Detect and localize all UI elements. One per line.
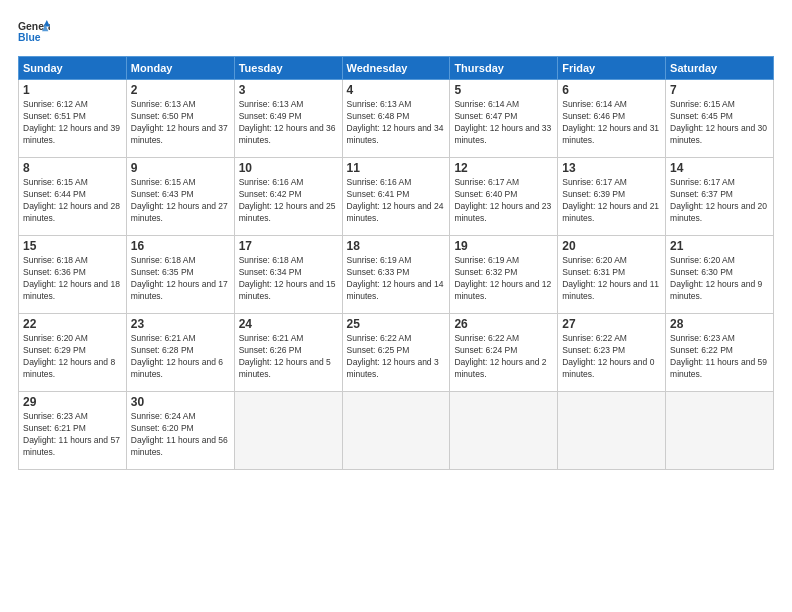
day-info: Sunrise: 6:14 AMSunset: 6:47 PMDaylight:… [454,99,553,147]
calendar-weekday-header: Thursday [450,57,558,80]
calendar-day-cell: 30Sunrise: 6:24 AMSunset: 6:20 PMDayligh… [126,392,234,470]
calendar-day-cell: 4Sunrise: 6:13 AMSunset: 6:48 PMDaylight… [342,80,450,158]
calendar-day-cell: 9Sunrise: 6:15 AMSunset: 6:43 PMDaylight… [126,158,234,236]
day-info: Sunrise: 6:18 AMSunset: 6:34 PMDaylight:… [239,255,338,303]
calendar-day-cell: 19Sunrise: 6:19 AMSunset: 6:32 PMDayligh… [450,236,558,314]
day-number: 17 [239,239,338,253]
day-number: 27 [562,317,661,331]
day-info: Sunrise: 6:15 AMSunset: 6:45 PMDaylight:… [670,99,769,147]
day-number: 24 [239,317,338,331]
calendar-day-cell: 11Sunrise: 6:16 AMSunset: 6:41 PMDayligh… [342,158,450,236]
day-info: Sunrise: 6:21 AMSunset: 6:28 PMDaylight:… [131,333,230,381]
day-info: Sunrise: 6:12 AMSunset: 6:51 PMDaylight:… [23,99,122,147]
day-info: Sunrise: 6:21 AMSunset: 6:26 PMDaylight:… [239,333,338,381]
calendar-week-row: 29Sunrise: 6:23 AMSunset: 6:21 PMDayligh… [19,392,774,470]
day-info: Sunrise: 6:19 AMSunset: 6:32 PMDaylight:… [454,255,553,303]
calendar-day-cell: 23Sunrise: 6:21 AMSunset: 6:28 PMDayligh… [126,314,234,392]
day-number: 20 [562,239,661,253]
day-number: 11 [347,161,446,175]
calendar-week-row: 22Sunrise: 6:20 AMSunset: 6:29 PMDayligh… [19,314,774,392]
day-number: 16 [131,239,230,253]
day-number: 21 [670,239,769,253]
day-info: Sunrise: 6:13 AMSunset: 6:48 PMDaylight:… [347,99,446,147]
day-number: 29 [23,395,122,409]
calendar-day-cell: 18Sunrise: 6:19 AMSunset: 6:33 PMDayligh… [342,236,450,314]
calendar-weekday-header: Wednesday [342,57,450,80]
calendar-day-cell: 26Sunrise: 6:22 AMSunset: 6:24 PMDayligh… [450,314,558,392]
day-number: 22 [23,317,122,331]
calendar-day-cell: 3Sunrise: 6:13 AMSunset: 6:49 PMDaylight… [234,80,342,158]
day-number: 30 [131,395,230,409]
calendar-day-cell: 21Sunrise: 6:20 AMSunset: 6:30 PMDayligh… [666,236,774,314]
calendar-day-cell: 8Sunrise: 6:15 AMSunset: 6:44 PMDaylight… [19,158,127,236]
calendar-day-cell [666,392,774,470]
day-info: Sunrise: 6:20 AMSunset: 6:30 PMDaylight:… [670,255,769,303]
day-number: 10 [239,161,338,175]
calendar-day-cell: 14Sunrise: 6:17 AMSunset: 6:37 PMDayligh… [666,158,774,236]
calendar-day-cell [450,392,558,470]
day-info: Sunrise: 6:22 AMSunset: 6:25 PMDaylight:… [347,333,446,381]
calendar-day-cell: 6Sunrise: 6:14 AMSunset: 6:46 PMDaylight… [558,80,666,158]
day-number: 9 [131,161,230,175]
day-number: 2 [131,83,230,97]
calendar-weekday-header: Monday [126,57,234,80]
day-number: 25 [347,317,446,331]
day-info: Sunrise: 6:20 AMSunset: 6:31 PMDaylight:… [562,255,661,303]
day-info: Sunrise: 6:14 AMSunset: 6:46 PMDaylight:… [562,99,661,147]
calendar-day-cell: 5Sunrise: 6:14 AMSunset: 6:47 PMDaylight… [450,80,558,158]
day-number: 6 [562,83,661,97]
day-info: Sunrise: 6:18 AMSunset: 6:36 PMDaylight:… [23,255,122,303]
calendar-day-cell [558,392,666,470]
day-number: 26 [454,317,553,331]
day-info: Sunrise: 6:23 AMSunset: 6:21 PMDaylight:… [23,411,122,459]
day-number: 12 [454,161,553,175]
calendar-day-cell: 17Sunrise: 6:18 AMSunset: 6:34 PMDayligh… [234,236,342,314]
day-info: Sunrise: 6:23 AMSunset: 6:22 PMDaylight:… [670,333,769,381]
day-info: Sunrise: 6:20 AMSunset: 6:29 PMDaylight:… [23,333,122,381]
day-info: Sunrise: 6:13 AMSunset: 6:49 PMDaylight:… [239,99,338,147]
day-number: 23 [131,317,230,331]
calendar-day-cell: 2Sunrise: 6:13 AMSunset: 6:50 PMDaylight… [126,80,234,158]
svg-text:Blue: Blue [18,32,41,43]
day-number: 19 [454,239,553,253]
calendar-day-cell: 22Sunrise: 6:20 AMSunset: 6:29 PMDayligh… [19,314,127,392]
day-number: 1 [23,83,122,97]
calendar-week-row: 8Sunrise: 6:15 AMSunset: 6:44 PMDaylight… [19,158,774,236]
calendar-weekday-header: Saturday [666,57,774,80]
day-number: 8 [23,161,122,175]
calendar-day-cell: 28Sunrise: 6:23 AMSunset: 6:22 PMDayligh… [666,314,774,392]
calendar-week-row: 1Sunrise: 6:12 AMSunset: 6:51 PMDaylight… [19,80,774,158]
day-number: 18 [347,239,446,253]
day-info: Sunrise: 6:24 AMSunset: 6:20 PMDaylight:… [131,411,230,459]
calendar-day-cell: 24Sunrise: 6:21 AMSunset: 6:26 PMDayligh… [234,314,342,392]
day-info: Sunrise: 6:17 AMSunset: 6:39 PMDaylight:… [562,177,661,225]
day-info: Sunrise: 6:17 AMSunset: 6:40 PMDaylight:… [454,177,553,225]
calendar-header-row: SundayMondayTuesdayWednesdayThursdayFrid… [19,57,774,80]
calendar-week-row: 15Sunrise: 6:18 AMSunset: 6:36 PMDayligh… [19,236,774,314]
page-header: General Blue [18,18,774,46]
calendar-day-cell: 27Sunrise: 6:22 AMSunset: 6:23 PMDayligh… [558,314,666,392]
day-info: Sunrise: 6:19 AMSunset: 6:33 PMDaylight:… [347,255,446,303]
calendar-day-cell: 1Sunrise: 6:12 AMSunset: 6:51 PMDaylight… [19,80,127,158]
day-number: 5 [454,83,553,97]
calendar-weekday-header: Friday [558,57,666,80]
day-number: 14 [670,161,769,175]
calendar-day-cell: 7Sunrise: 6:15 AMSunset: 6:45 PMDaylight… [666,80,774,158]
day-info: Sunrise: 6:16 AMSunset: 6:42 PMDaylight:… [239,177,338,225]
day-number: 4 [347,83,446,97]
logo-icon: General Blue [18,18,50,46]
calendar-day-cell: 29Sunrise: 6:23 AMSunset: 6:21 PMDayligh… [19,392,127,470]
calendar-day-cell: 20Sunrise: 6:20 AMSunset: 6:31 PMDayligh… [558,236,666,314]
day-number: 13 [562,161,661,175]
day-info: Sunrise: 6:16 AMSunset: 6:41 PMDaylight:… [347,177,446,225]
calendar-table: SundayMondayTuesdayWednesdayThursdayFrid… [18,56,774,470]
calendar-day-cell: 25Sunrise: 6:22 AMSunset: 6:25 PMDayligh… [342,314,450,392]
day-info: Sunrise: 6:18 AMSunset: 6:35 PMDaylight:… [131,255,230,303]
calendar-day-cell: 12Sunrise: 6:17 AMSunset: 6:40 PMDayligh… [450,158,558,236]
day-number: 15 [23,239,122,253]
day-number: 7 [670,83,769,97]
calendar-day-cell: 10Sunrise: 6:16 AMSunset: 6:42 PMDayligh… [234,158,342,236]
calendar-day-cell: 13Sunrise: 6:17 AMSunset: 6:39 PMDayligh… [558,158,666,236]
day-info: Sunrise: 6:15 AMSunset: 6:43 PMDaylight:… [131,177,230,225]
day-info: Sunrise: 6:15 AMSunset: 6:44 PMDaylight:… [23,177,122,225]
